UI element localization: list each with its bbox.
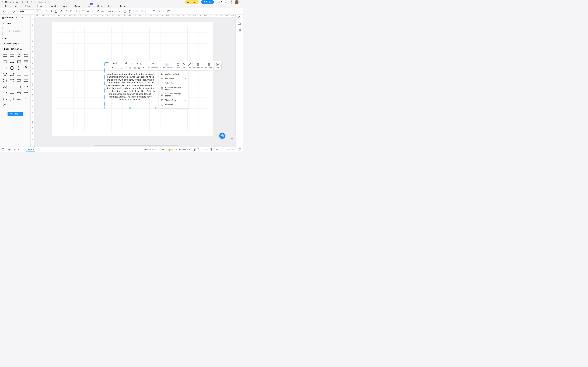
ai-menu-continuous-text[interactable]: Continuous Text	[159, 72, 188, 76]
text-style-icon[interactable]	[64, 9, 68, 13]
shape-display[interactable]	[9, 84, 15, 90]
canvas-background[interactable]: A self-managed team brings together diff…	[35, 17, 235, 147]
shape-stadium[interactable]	[23, 90, 29, 96]
menu-insert[interactable]: Insert	[37, 5, 43, 7]
align-left-icon[interactable]	[135, 9, 139, 13]
menu-search[interactable]: Search Feature	[97, 5, 112, 7]
outline-icon[interactable]	[231, 138, 234, 141]
bold-icon[interactable]: B	[44, 9, 49, 13]
align-icon[interactable]	[69, 9, 73, 13]
page-tab[interactable]: Page-1	[26, 147, 35, 152]
shape-note[interactable]: Drag.	[23, 97, 29, 102]
fill-icon[interactable]	[86, 9, 90, 13]
ctx-underline-icon[interactable]: U	[120, 66, 123, 69]
shape-predefined[interactable]	[16, 59, 22, 65]
resize-handle-se[interactable]	[155, 108, 156, 109]
shape-circle2[interactable]	[2, 78, 8, 83]
tools-icon[interactable]	[162, 9, 166, 13]
resize-handle-s[interactable]	[130, 108, 131, 109]
ai-menu-shorter[interactable]: Make this passage shorter	[159, 92, 188, 98]
ctx-line-icon[interactable]	[187, 63, 192, 66]
add-page-icon[interactable]: +	[18, 148, 19, 151]
layers-bottom-icon[interactable]	[194, 148, 196, 151]
focus-icon[interactable]	[198, 148, 200, 151]
effects-icon[interactable]	[147, 9, 151, 13]
crop-icon[interactable]	[152, 9, 156, 13]
shape-rect2[interactable]	[16, 71, 22, 77]
menu-plugin[interactable]: Plugin	[119, 5, 125, 7]
font-select[interactable]: Arial▼	[19, 9, 35, 13]
page-select[interactable]: Page-1▼	[6, 148, 16, 151]
resize-handle-sw[interactable]	[104, 108, 105, 109]
chat-fab[interactable]	[219, 133, 225, 139]
help-icon[interactable]: ?	[230, 0, 233, 4]
save-icon[interactable]	[20, 0, 23, 4]
collapse-icon[interactable]	[26, 16, 29, 19]
menu-edit[interactable]: Edit	[14, 5, 17, 7]
shape-circle3[interactable]	[2, 97, 8, 102]
horizontal-scrollbar[interactable]	[94, 145, 178, 146]
menu-view[interactable]: View	[63, 5, 67, 7]
shape-card[interactable]	[23, 53, 29, 58]
page-icon[interactable]	[123, 9, 127, 13]
chevron-down-icon[interactable]: ▼	[240, 1, 242, 3]
shape-wave[interactable]	[2, 84, 8, 90]
back-icon[interactable]	[1, 1, 3, 3]
focus-label[interactable]: Focus	[203, 149, 208, 151]
lock-icon[interactable]	[157, 9, 161, 13]
font-size-select[interactable]: 12▼	[35, 9, 42, 13]
ctx-increase-icon[interactable]: A▴	[130, 62, 134, 65]
shape-circle[interactable]	[9, 65, 15, 71]
underline-icon[interactable]: U	[54, 9, 59, 13]
sidebar-dropdown-icon[interactable]: ⌄	[16, 16, 19, 19]
menu-layout[interactable]: Layout	[50, 5, 56, 7]
menu-file[interactable]: File	[3, 5, 7, 7]
ai-menu-change-tone[interactable]: Change Tone▸	[159, 98, 188, 102]
menu-symbol[interactable]: Symbol	[74, 5, 81, 7]
shape-cylinder[interactable]	[9, 71, 15, 77]
resize-handle-nw[interactable]	[104, 62, 105, 63]
format-brush-icon[interactable]	[12, 9, 16, 13]
rail-layers-icon[interactable]	[238, 22, 241, 26]
ai-menu-polish-text[interactable]: Polish Text	[159, 81, 188, 85]
shape-rect3[interactable]	[23, 78, 29, 83]
rail-fill-icon[interactable]	[238, 16, 241, 19]
resize-handle-w[interactable]	[104, 84, 105, 86]
rail-grid-icon[interactable]	[238, 28, 241, 32]
pin-icon[interactable]	[219, 62, 221, 63]
ai-menu-translate[interactable]: Translate▸	[159, 102, 188, 107]
drag-here-zone[interactable]: Drag Here	[2, 27, 28, 35]
menu-ai[interactable]: AIhot	[88, 5, 90, 7]
shape-trapezoid[interactable]	[23, 84, 29, 90]
page[interactable]: A self-managed team brings together diff…	[52, 22, 213, 136]
arrow-end-icon[interactable]: ▼	[114, 9, 120, 13]
play-icon[interactable]	[210, 148, 212, 151]
textbox-content[interactable]: A self-managed team brings together diff…	[105, 73, 155, 101]
shape-ellipse[interactable]	[2, 65, 8, 71]
line-style-icon[interactable]: ▼	[101, 9, 107, 13]
shape-actor[interactable]	[23, 65, 29, 71]
shape-terminator[interactable]	[9, 59, 15, 65]
ctx-format-painter-icon[interactable]	[151, 63, 155, 66]
align-center-icon[interactable]	[140, 9, 144, 13]
star-icon[interactable]	[30, 0, 33, 4]
cat-basic-flowchart[interactable]: ▼Basic Flowchart S…	[0, 46, 30, 51]
shape-manual[interactable]	[16, 78, 22, 83]
add-shapes-button[interactable]: Add Shapes	[8, 112, 23, 116]
shape-arc[interactable]	[2, 103, 8, 108]
search-icon[interactable]	[22, 16, 25, 19]
ctx-italic-icon[interactable]: I	[115, 66, 119, 69]
share-button[interactable]: Share	[216, 0, 228, 4]
ctx-list-bullet-icon[interactable]	[133, 66, 137, 69]
shape-yes[interactable]: Yes	[2, 71, 8, 77]
shape-lines[interactable]	[9, 90, 15, 96]
shape-tag[interactable]	[16, 84, 22, 90]
shape-hex2[interactable]	[16, 90, 22, 96]
shape-hexagon[interactable]	[2, 90, 8, 96]
shape-cylinder-h[interactable]	[9, 78, 15, 83]
expand-link[interactable]: Expand	[167, 149, 173, 151]
zoom-slider[interactable]	[227, 149, 234, 151]
ctx-style-icon[interactable]	[176, 63, 180, 66]
expand-corner-icon[interactable]: ⌟	[220, 68, 221, 70]
ctx-list-num-icon[interactable]	[129, 66, 132, 69]
